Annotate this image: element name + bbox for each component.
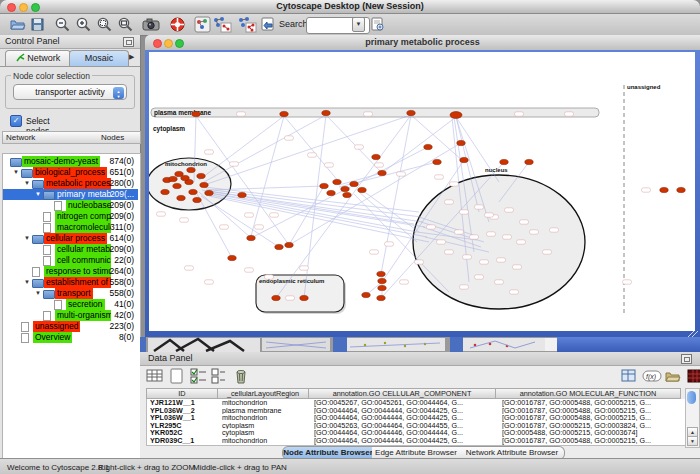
tree-row[interactable]: ▼transport558(0): [3, 288, 138, 299]
table-cell: YDR039C__1: [147, 437, 219, 445]
tree-row[interactable]: unassigned223(0): [3, 321, 138, 332]
import-attributes-icon[interactable]: [664, 368, 682, 384]
table-row[interactable]: YLR295Ccytoplasm[GO:0045263, GO:0044464,…: [147, 422, 685, 430]
layout-red-icon[interactable]: [237, 16, 254, 33]
node-color-groupbox: Node color selection transporter activit…: [5, 75, 135, 109]
new-attribute-icon[interactable]: [168, 368, 186, 384]
zoom-selected-icon[interactable]: [96, 16, 113, 33]
data-table-body: YJR121W__1mitochondrion[GO:0045267, GO:0…: [146, 399, 686, 446]
tree-row-count: 264(0): [88, 266, 134, 277]
table-row[interactable]: YPL036W__1mitochondrion[GO:0044464, GO:0…: [147, 414, 685, 422]
tree-expand-icon[interactable]: ▼: [13, 167, 19, 178]
nucleus-region: nucleus: [413, 167, 585, 309]
scrollbar-thumb[interactable]: [687, 391, 696, 404]
tree-row[interactable]: ▼cellular process614(0): [3, 233, 138, 244]
advanced-search-icon[interactable]: [369, 16, 386, 33]
network-window-titlebar[interactable]: primary metabolic process: [145, 35, 700, 51]
zoom-fit-icon[interactable]: [117, 16, 134, 33]
network-window-title: primary metabolic process: [145, 37, 700, 47]
zoom-in-icon[interactable]: [75, 16, 92, 33]
tree-row-count: 280(0): [88, 178, 134, 189]
select-attributes-icon[interactable]: [190, 368, 208, 384]
open-icon[interactable]: [9, 16, 26, 33]
zoom-out-icon[interactable]: [54, 16, 71, 33]
status-zoom-hint: Right-click + drag to ZOOM: [98, 463, 195, 472]
tree-row[interactable]: cellular metabol209(0): [3, 244, 138, 255]
web-import-icon[interactable]: [259, 16, 276, 33]
node-color-dropdown-value: transporter activity: [35, 87, 104, 97]
function-builder-icon[interactable]: f(x): [642, 368, 660, 384]
tab-mosaic[interactable]: Mosaic: [69, 50, 129, 66]
attribute-matrix-icon[interactable]: [686, 368, 700, 384]
tree-header-network[interactable]: Network: [2, 131, 103, 144]
vizmapper-icon[interactable]: [194, 16, 211, 33]
tree-expand-icon[interactable]: ▼: [24, 178, 30, 189]
tree-row-count: 614(0): [88, 233, 134, 244]
tree-row[interactable]: macromolecule311(0): [3, 222, 138, 233]
tree-expand-icon[interactable]: ▼: [24, 233, 30, 244]
tree-row[interactable]: response to stimulu264(0): [3, 266, 138, 277]
attribute-editor-icon[interactable]: [620, 368, 638, 384]
network-leaf-icon: [43, 212, 51, 222]
tree-row-label: Overview: [33, 332, 72, 343]
select-nodes-checkbox[interactable]: ✓: [10, 115, 22, 127]
folder-icon: [32, 180, 44, 189]
table-row[interactable]: YJR121W__1mitochondrion[GO:0045267, GO:0…: [147, 399, 685, 407]
tree-row-count: 223(0): [88, 321, 134, 332]
tree-row[interactable]: ▼biological_process651(0): [3, 167, 138, 178]
node-color-dropdown[interactable]: transporter activity ▲▼: [13, 84, 127, 100]
tree-row[interactable]: Overview8(0): [3, 332, 138, 343]
unselect-attributes-icon[interactable]: [210, 368, 228, 384]
tree-row-count: 558(0): [88, 288, 134, 299]
folder-icon: [32, 279, 44, 288]
table-cell: [GO:0045263, GO:0044464, GO:0044455, G..…: [311, 422, 499, 430]
layout-blue-icon[interactable]: [212, 16, 229, 33]
node-color-group-title: Node color selection: [11, 71, 92, 81]
tree-expand-icon[interactable]: ▼: [35, 189, 41, 200]
table-cell: mitochondrion: [219, 437, 311, 445]
tree-expand-icon[interactable]: ▼: [24, 277, 30, 288]
col-header-region: _cellularLayoutRegion: [218, 388, 309, 399]
tree-header-nodes[interactable]: Nodes: [98, 131, 141, 144]
table-row[interactable]: YKR052Ccytoplasm[GO:0044464, GO:0044446,…: [147, 429, 685, 437]
col-header-mf: annotation.GO MOLECULAR_FUNCTION: [496, 388, 681, 399]
table-cell: YJR121W__1: [147, 399, 219, 407]
table-cell: mitochondrion: [219, 414, 311, 422]
save-icon[interactable]: [29, 16, 46, 33]
tree-row[interactable]: ▼primary metabolic209(...: [3, 189, 138, 200]
scroll-down-icon[interactable]: ▼: [687, 436, 698, 446]
network-leaf-icon: [43, 245, 51, 255]
help-lifering-icon[interactable]: [169, 16, 186, 33]
table-row[interactable]: YDR039C__1mitochondrion[GO:0044464, GO:0…: [147, 437, 685, 445]
network-leaf-icon: [21, 322, 29, 332]
tree-row[interactable]: secretion41(0): [3, 299, 138, 310]
table-row[interactable]: YPL036W__2plasma membrane[GO:0044464, GO…: [147, 407, 685, 415]
table-cell: plasma membrane: [219, 407, 311, 415]
tree-row-count: 41(0): [88, 299, 134, 310]
tree-row[interactable]: nucleobase-con209(0): [3, 200, 138, 211]
snapshot-icon[interactable]: [142, 16, 159, 33]
tree-row[interactable]: mosaic-demo-yeast874(0): [3, 156, 138, 167]
tree-row[interactable]: nitrogen compou209(0): [3, 211, 138, 222]
network-canvas[interactable]: plasma membrane cytoplasm mitochondrion …: [149, 52, 695, 331]
table-cell: [GO:0016787, GO:0005215, GO:0003824, G..…: [499, 422, 685, 430]
tree-row[interactable]: multi-organism pro42(0): [3, 310, 138, 321]
tree-row[interactable]: ▼establishment of lo558(0): [3, 277, 138, 288]
data-table-header[interactable]: ID _cellularLayoutRegion annotation.GO C…: [146, 388, 681, 399]
attribute-table-icon[interactable]: [146, 368, 164, 384]
tree-row-count: 311(0): [88, 222, 134, 233]
tree-row[interactable]: cell communicati22(0): [3, 255, 138, 266]
tree-row[interactable]: ▼metabolic process280(0): [3, 178, 138, 189]
network-tree: mosaic-demo-yeast874(0)▼biological_proce…: [2, 153, 141, 474]
tab-mosaic-label: Mosaic: [85, 53, 114, 63]
tree-row-count: 22(0): [88, 255, 134, 266]
tree-expand-icon[interactable]: ▼: [35, 288, 41, 299]
tab-overflow-arrow-icon[interactable]: ▶: [129, 53, 134, 61]
float-panel-icon[interactable]: [123, 37, 134, 47]
app-title: Cytoscape Desktop (New Session): [0, 1, 700, 11]
search-dropdown-arrow[interactable]: ▼: [352, 17, 365, 32]
tab-network[interactable]: Network: [5, 50, 71, 66]
data-table-scrollbar[interactable]: ▲ ▼: [685, 388, 700, 448]
delete-attribute-icon[interactable]: [232, 368, 250, 384]
data-panel-float-icon[interactable]: [681, 354, 692, 364]
